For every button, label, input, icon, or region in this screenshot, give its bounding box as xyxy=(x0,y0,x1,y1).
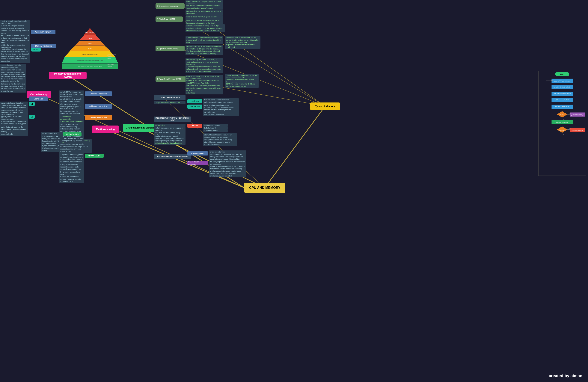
rom-flash: modern ROM : can be erased and rewritten… xyxy=(186,79,223,85)
control-hazard: 3. Control Hazards xyxy=(203,129,228,132)
hazard-attempt: attempt to use the same resource two dif… xyxy=(203,133,237,146)
wide-path-desc: Retrieve multiple bytes instead of 1 byt… xyxy=(0,20,30,37)
static-ram-desc3: Static random access memory uses multipl… xyxy=(186,24,225,32)
stm-adv3: 3. Increasing computational power 4. all… xyxy=(59,170,84,183)
svg-text:No: No xyxy=(563,134,564,135)
transistor-pair-desc: a transistor and a capacitor are paired … xyxy=(186,36,223,44)
scalar-superscalar-label: Scalar and Superscalar Processor xyxy=(154,154,191,159)
svg-text:No: No xyxy=(563,118,564,120)
svg-line-0 xyxy=(265,106,325,188)
svg-text:MDR Contents To MBR: MDR Contents To MBR xyxy=(555,99,569,101)
svg-text:Load PC Contents to MAR: Load PC Contents to MAR xyxy=(554,86,570,88)
rom-desc1: a static memory: used in situations wher… xyxy=(186,65,223,73)
cpu-performance-label: Model for Improved CPU Performance (SPM) xyxy=(154,117,191,122)
svg-text:Input sources: Keyboard, Mouse: Input sources: Keyboard, Mouse, Scanners… xyxy=(78,66,102,67)
svg-text:Set PC to Value: Set PC to Value xyxy=(573,113,582,115)
superscalar-label: Super-Scalar Processor xyxy=(187,161,208,165)
svg-text:Areas: Areas xyxy=(107,57,111,59)
svg-text:Yes: Yes xyxy=(569,128,571,129)
memory-pyramid: CPU Registers Cache level 3 RAM Physical… xyxy=(60,26,120,83)
fetch-execute-label: Fetch-Execute Cycle xyxy=(154,95,186,100)
svg-text:RAM: RAM xyxy=(88,48,92,49)
svg-text:CPU Registers: CPU Registers xyxy=(85,32,95,33)
l3-desc: cache that exists between the microproce… xyxy=(0,126,28,136)
scalar-desc: single execution unit ignoring holes in … xyxy=(209,150,246,161)
advantages-label: ADVANTAGES xyxy=(63,132,82,136)
magnetic-core-desc3: considered to be a memory that has a sta… xyxy=(186,10,223,15)
stm-desc: A number of CPUs using parallel executio… xyxy=(59,143,92,153)
pyramid-svg: CPU Registers Cache level 3 RAM Physical… xyxy=(60,26,120,83)
magnetic-core-desc2: non-volatile, expensive and slow in oper… xyxy=(186,4,223,10)
svg-text:Start: Start xyxy=(560,74,564,76)
multiprocessing-node: Multiprocessing xyxy=(92,126,119,133)
magnetic-core-label: 1. Magnetic core memory xyxy=(156,3,185,9)
svg-text:Load MAR With Address: Load MAR With Address xyxy=(554,80,570,82)
configurations-label: CONFIGURATIONS xyxy=(85,115,112,120)
svg-text:Jump?: Jump? xyxy=(560,114,564,116)
rom-eeprom: EEPROM : used in computer BIOS and devic… xyxy=(225,83,259,88)
multicore-label: Multicore Processors xyxy=(85,91,112,96)
watermark: created by aiman xyxy=(549,373,582,378)
dynamic-ram-label: 3. Dynamic RAM (DRAM) xyxy=(156,46,185,51)
wide-path-label: Wide Path Memory xyxy=(31,30,55,34)
execute-unit-label: Execute Unit xyxy=(187,105,202,109)
svg-text:Interrupt?: Interrupt? xyxy=(559,129,566,131)
svg-text:Areas: Areas xyxy=(107,67,111,69)
svg-text:Permanent: Permanent xyxy=(107,64,115,65)
scalar-processor-label: Scalar Processor xyxy=(187,151,208,155)
cache-size-node: Cache Size xyxy=(29,96,48,101)
mind-map: CPU AND MEMORY Types of Memory 1. Magnet… xyxy=(0,0,588,382)
flowchart-area: Start Load MAR With Address Load PC Cont… xyxy=(538,71,586,176)
separate-fetch-label: 1. Separate Fetch / Execute Unit xyxy=(154,101,186,104)
rom-label: 4. Read-Only Memory (ROM) xyxy=(156,76,187,82)
dynamic-ram-desc2: volatile memory but needs more than just… xyxy=(186,58,223,66)
static-ram-label: 2. Static RAM (SAAM) xyxy=(156,17,183,22)
flowchart-svg: Start Load MAR With Address Load PC Cont… xyxy=(539,71,586,175)
svg-text:level 3: level 3 xyxy=(88,42,92,44)
l2-label: L2 xyxy=(29,115,35,119)
stm-advantages-label: ADVANTAGES xyxy=(85,154,104,158)
svg-text:Storage Device Types: Flash, O: Storage Device Types: Flash, Optical, Ma… xyxy=(77,60,103,61)
hazards-label: Hazards xyxy=(187,124,202,128)
multiple-parallel-label: 3. Multiple/Parallel Execution Unit xyxy=(154,142,186,145)
execute-unit-desc: perform actual execution process contain… xyxy=(203,104,239,116)
how-label: HOW? xyxy=(31,48,41,52)
central-node: CPU AND MEMORY xyxy=(244,183,285,193)
transistor-desc: Transistor : acts as a switch that lets … xyxy=(225,36,260,49)
svg-text:Load Data from Main to MDR: Load Data from Main to MDR xyxy=(553,93,571,94)
svg-text:Storage: Storage xyxy=(107,65,112,67)
svg-text:Service Interrupt: Service Interrupt xyxy=(572,129,583,131)
cache-desc3: it's built in to the chip with a zero wa… xyxy=(0,83,26,93)
fetch-unit-label: Fetch Unit xyxy=(187,99,202,104)
types-of-memory-node: Types of Memory xyxy=(310,103,340,110)
superscalar-desc: the ability to process more than one ins… xyxy=(209,160,246,177)
svg-text:Storage: Storage xyxy=(107,56,112,57)
rom-software-built: software is built permanently into the m… xyxy=(186,84,223,94)
memory-interleaving-how: Blocks of interleaved memory, the system… xyxy=(0,48,30,63)
svg-text:From Jump Instruction: From Jump Instruction xyxy=(571,115,584,117)
svg-text:Decode CIR Contents: Decode CIR Contents xyxy=(555,106,569,107)
svg-text:Yes: Yes xyxy=(569,113,571,114)
dynamic-ram-desc1: Dynamic RAM has to be dynamically refres… xyxy=(186,45,223,55)
svg-text:Execute Instruction: Execute Instruction xyxy=(556,121,568,123)
svg-text:Physical Disk / Virtual Memory: Physical Disk / Virtual Memory xyxy=(82,54,98,55)
svg-text:Cache: Cache xyxy=(88,38,92,39)
static-ram-desc2: holds its data without external refresh,… xyxy=(186,19,223,24)
multiprocessor-label: Multiprocessor systems xyxy=(85,104,112,109)
l1-label: L1 xyxy=(29,102,35,106)
